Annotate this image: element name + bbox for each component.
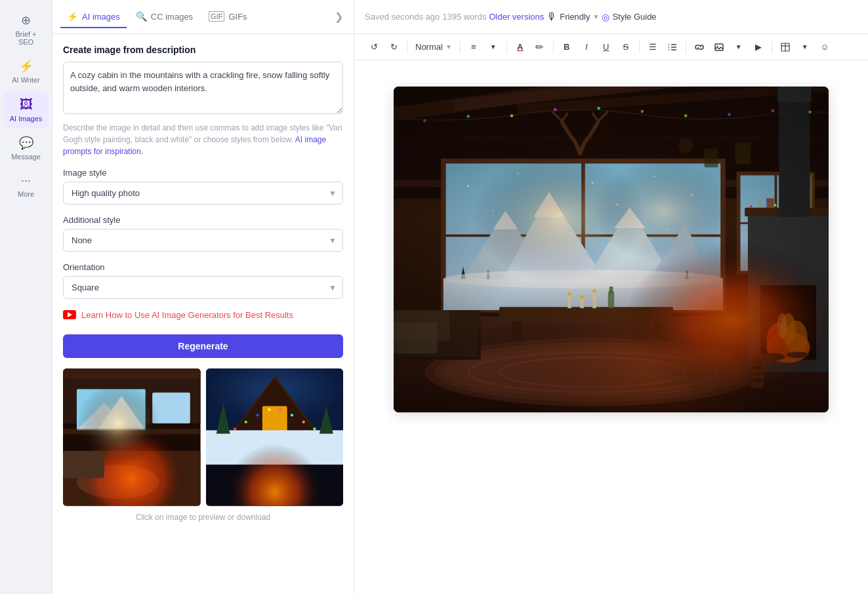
editor-inner — [394, 87, 829, 568]
tone-selector[interactable]: 🎙 Friendly ▼ — [547, 11, 599, 23]
additional-style-select-wrapper: None ▼ — [63, 229, 343, 252]
tab-label: CC images — [151, 12, 193, 22]
thumbnails-grid — [63, 368, 343, 506]
table-button[interactable] — [776, 38, 795, 56]
additional-style-label: Additional style — [63, 215, 343, 225]
underline-button[interactable]: U — [597, 38, 615, 56]
orientation-select[interactable]: Square — [63, 276, 343, 299]
youtube-icon — [63, 310, 76, 319]
link-icon — [695, 43, 704, 52]
tab-cc-images[interactable]: 🔍 CC images — [129, 6, 199, 28]
svg-point-27 — [268, 408, 270, 411]
sidebar-item-ai-writer[interactable]: ⚡ AI Writer — [4, 54, 49, 89]
svg-point-28 — [279, 408, 281, 411]
tab-label: GIFs — [228, 12, 247, 22]
play-button[interactable]: ▶ — [749, 38, 768, 56]
svg-rect-11 — [63, 368, 201, 506]
tone-chevron-icon: ▼ — [592, 13, 599, 20]
ordered-list-button[interactable]: 1.2.3. — [663, 38, 682, 56]
undo-button[interactable]: ↺ — [365, 38, 383, 56]
prompt-textarea[interactable]: A cozy cabin in the mountains with a cra… — [63, 62, 343, 114]
panel-collapse-button[interactable]: ❯ — [332, 8, 346, 26]
microphone-icon: 🎙 — [547, 11, 557, 23]
sidebar-item-label: More — [18, 190, 34, 198]
learn-link-container: Learn How to Use AI Image Generators for… — [63, 309, 343, 321]
bold-button[interactable]: B — [558, 38, 576, 56]
align-chevron-button[interactable]: ▼ — [484, 38, 503, 56]
svg-rect-155 — [394, 87, 829, 412]
cc-images-tab-icon: 🔍 — [136, 11, 147, 22]
divider-5 — [639, 41, 640, 54]
text-color-button[interactable]: A — [511, 38, 529, 56]
svg-point-24 — [233, 427, 236, 430]
sidebar-item-ai-images[interactable]: 🖼 AI Images — [4, 92, 49, 128]
sidebar: ⊕ Brief + SEO ⚡ AI Writer 🖼 AI Images 💬 … — [0, 0, 52, 594]
tab-ai-images[interactable]: ⚡ AI images — [60, 6, 127, 28]
divider-2 — [460, 41, 461, 54]
tab-gifs[interactable]: GIF GIFs — [202, 6, 254, 28]
image-chevron-button[interactable]: ▼ — [730, 38, 748, 56]
thumbnail-1[interactable] — [63, 368, 201, 506]
image-style-label: Image style — [63, 168, 343, 178]
additional-style-select[interactable]: None — [63, 229, 343, 252]
strikethrough-button[interactable]: S — [617, 38, 635, 56]
divider-1 — [407, 41, 407, 54]
regenerate-button[interactable]: Regenerate — [63, 334, 343, 358]
sidebar-item-message[interactable]: 💬 Message — [4, 130, 49, 166]
emoji-button[interactable]: ☺ — [816, 38, 834, 56]
left-panel: ⚡ AI images 🔍 CC images GIF GIFs ❯ Creat… — [52, 0, 354, 594]
divider-3 — [506, 41, 507, 54]
image-style-group: Image style High quality photo ▼ — [63, 168, 343, 205]
svg-point-30 — [302, 421, 304, 424]
create-section-title: Create image from description — [63, 45, 343, 55]
ai-images-tab-icon: ⚡ — [67, 11, 78, 22]
formatting-toolbar: ↺ ↻ Normal ▼ ≡ ▼ A ✏ B I U S ☰ 1.2.3. — [354, 34, 868, 60]
divider-4 — [553, 41, 554, 54]
italic-button[interactable]: I — [577, 38, 596, 56]
orientation-group: Orientation Square ▼ — [63, 262, 343, 299]
svg-rect-38 — [715, 44, 723, 50]
text-align-button[interactable]: ≡ — [465, 38, 483, 56]
table-chevron-button[interactable]: ▼ — [796, 38, 814, 56]
saved-status: Saved seconds ago — [365, 12, 440, 22]
cabin-image-container[interactable] — [394, 87, 829, 412]
image-button[interactable] — [710, 38, 728, 56]
tab-label: AI images — [82, 12, 120, 22]
sidebar-item-more[interactable]: ··· More — [4, 168, 49, 203]
svg-rect-12 — [63, 451, 104, 479]
link-button[interactable] — [690, 38, 709, 56]
svg-point-29 — [290, 414, 293, 416]
bullet-list-button[interactable]: ☰ — [644, 38, 662, 56]
older-versions-link[interactable]: Older versions — [489, 12, 544, 22]
ai-images-icon: 🖼 — [20, 97, 33, 112]
svg-point-25 — [244, 421, 247, 424]
tone-label: Friendly — [560, 12, 590, 22]
divider-7 — [772, 41, 772, 54]
style-guide-icon: ◎ — [602, 12, 610, 22]
orientation-select-wrapper: Square ▼ — [63, 276, 343, 299]
learn-link[interactable]: Learn How to Use AI Image Generators for… — [81, 309, 293, 321]
sidebar-item-brief-seo[interactable]: ⊕ Brief + SEO — [4, 8, 49, 51]
divider-6 — [686, 41, 686, 54]
top-toolbar: Saved seconds ago 1395 words Older versi… — [354, 0, 868, 34]
image-style-select-wrapper: High quality photo ▼ — [63, 182, 343, 205]
more-icon: ··· — [21, 174, 31, 188]
text-style-label: Normal — [415, 42, 443, 52]
text-color-icon: A — [517, 42, 523, 52]
sidebar-item-label: AI Writer — [12, 76, 40, 84]
table-icon — [781, 43, 790, 52]
word-count: 1395 words — [442, 12, 486, 22]
orientation-label: Orientation — [63, 262, 343, 272]
additional-style-group: Additional style None ▼ — [63, 215, 343, 252]
style-guide-btn[interactable]: ◎ Style Guide — [602, 12, 656, 22]
svg-text:3.: 3. — [668, 48, 670, 51]
thumbnail-2[interactable] — [206, 368, 344, 506]
image-style-select[interactable]: High quality photo — [63, 182, 343, 205]
hint-text: Describe the image in detail and then us… — [63, 122, 343, 157]
panel-tabs: ⚡ AI images 🔍 CC images GIF GIFs ❯ — [52, 0, 354, 34]
svg-point-31 — [313, 427, 316, 430]
ai-writer-icon: ⚡ — [19, 59, 33, 73]
redo-button[interactable]: ↻ — [384, 38, 403, 56]
text-style-selector[interactable]: Normal ▼ — [411, 39, 456, 54]
highlight-button[interactable]: ✏ — [531, 38, 549, 56]
